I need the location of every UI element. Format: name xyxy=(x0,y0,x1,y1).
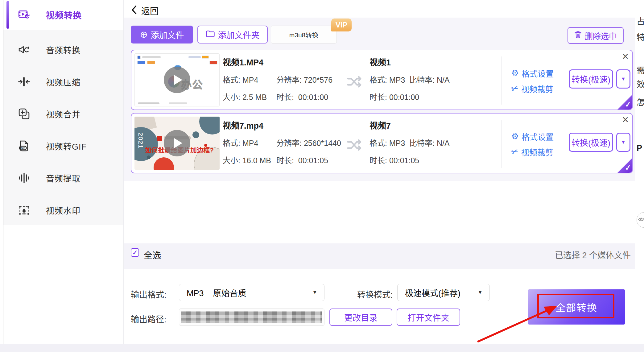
video-thumbnail: 2021 如何批量给图片加边框? xyxy=(134,117,220,170)
delete-selected-button[interactable]: 删除选中 xyxy=(568,27,624,44)
output-format-value: MP3 原始音质 xyxy=(187,287,246,299)
edge-clipped-text: P xyxy=(637,143,642,153)
sidebar-item-video-watermark[interactable]: 视频水印 xyxy=(3,198,123,222)
edge-clipped-text: 需 xyxy=(637,64,644,76)
blurred-path-text xyxy=(181,311,322,323)
plus-circle-icon: ⊕ xyxy=(140,30,147,39)
sidebar-item-audio-convert[interactable]: 音频转换 xyxy=(3,38,123,62)
file-card: 办公 视频1.MP4 格式: MP4 分辨率: 720*576 大小: 2.5 … xyxy=(131,50,633,110)
format-settings-label: 格式设置 xyxy=(522,68,554,79)
thumbnail-year-text: 2021 xyxy=(137,133,144,149)
edge-clipped-text: 占 xyxy=(637,15,644,27)
sidebar-item-label: 视频压缩 xyxy=(46,76,80,88)
play-button[interactable] xyxy=(164,130,190,156)
convert-mode-dropdown[interactable]: 极速模式(推荐) ▼ xyxy=(397,284,490,301)
sidebar-item-video-merge[interactable]: 视频合并 xyxy=(3,102,123,126)
back-button[interactable]: 返回 xyxy=(131,4,159,17)
sidebar-item-label: 音频提取 xyxy=(46,172,80,184)
source-size: 大小: 2.5 MB xyxy=(223,91,267,102)
convert-fast-button[interactable]: 转换(极速) xyxy=(569,69,613,89)
sidebar-item-video-convert[interactable]: 视频转换 xyxy=(3,3,123,27)
video-trim-link[interactable]: ✂ 视频裁剪 xyxy=(511,83,553,94)
output-format: 格式: MP3 xyxy=(369,137,405,148)
sidebar-item-label: 音频转换 xyxy=(46,44,80,56)
convert-fast-label: 转换(极速) xyxy=(572,73,610,85)
output-duration: 时长: 00:01:05 xyxy=(369,154,419,165)
thumbnail-badge xyxy=(157,136,162,141)
delete-selected-label: 删除选中 xyxy=(585,30,617,41)
video-to-gif-icon: GIF xyxy=(17,139,31,153)
output-bitrate: 比特率: N/A xyxy=(409,137,450,148)
add-folder-label: 添加文件夹 xyxy=(218,29,260,41)
source-format: 格式: MP4 xyxy=(223,137,258,148)
trash-icon xyxy=(574,31,582,41)
source-file-title: 视频1.MP4 xyxy=(223,56,263,68)
shuffle-icon xyxy=(347,138,363,153)
sidebar-item-label: 视频转GIF xyxy=(46,140,87,152)
format-settings-link[interactable]: ⚙ 格式设置 xyxy=(511,68,554,79)
video-thumbnail: 办公 xyxy=(134,53,220,106)
eye-peek-tab[interactable] xyxy=(637,212,644,228)
caret-down-icon: ▼ xyxy=(477,289,483,296)
window-right-border xyxy=(635,0,635,352)
convert-options-dropdown-button[interactable]: ▼ xyxy=(616,69,630,89)
video-trim-link[interactable]: ✂ 视频裁剪 xyxy=(511,146,553,158)
change-directory-button[interactable]: 更改目录 xyxy=(329,309,392,326)
change-directory-label: 更改目录 xyxy=(344,311,378,323)
convert-options-dropdown-button[interactable]: ▼ xyxy=(616,133,630,152)
play-button[interactable] xyxy=(164,67,190,93)
sidebar-item-label: 视频水印 xyxy=(46,204,80,216)
output-file-title: 视频7 xyxy=(369,119,391,131)
corner-check-icon: ✓ xyxy=(624,100,631,109)
open-folder-button[interactable]: 打开文件夹 xyxy=(397,309,460,326)
open-folder-label: 打开文件夹 xyxy=(408,311,449,323)
output-duration: 时长: 00:01:00 xyxy=(369,91,419,102)
convert-fast-button[interactable]: 转换(极速) xyxy=(569,133,613,152)
source-duration: 时长: 00:01:05 xyxy=(276,154,328,165)
output-path-field[interactable] xyxy=(179,309,324,326)
vip-label: VIP xyxy=(336,21,348,29)
svg-text:GIF: GIF xyxy=(21,147,25,150)
convert-fast-label: 转换(极速) xyxy=(572,136,610,148)
video-merge-icon xyxy=(17,107,31,121)
convert-mode-label: 转换模式: xyxy=(357,288,393,300)
source-resolution: 分辨率: 720*576 xyxy=(276,74,332,85)
video-convert-icon xyxy=(17,8,31,22)
add-file-button[interactable]: ⊕ 添加文件 xyxy=(131,26,193,43)
select-all-checkbox[interactable]: ✓ xyxy=(131,248,139,257)
close-icon[interactable]: × xyxy=(622,114,629,125)
gear-icon: ⚙ xyxy=(511,69,519,77)
convert-all-button[interactable]: 全部转换 xyxy=(528,289,625,325)
divider xyxy=(502,56,502,105)
video-trim-label: 视频裁剪 xyxy=(521,83,553,94)
sidebar-item-audio-extract[interactable]: 音频提取 xyxy=(3,166,123,190)
output-format-dropdown[interactable]: MP3 原始音质 ▼ xyxy=(179,284,324,301)
format-settings-link[interactable]: ⚙ 格式设置 xyxy=(511,131,554,142)
video-trim-label: 视频裁剪 xyxy=(521,146,553,158)
shuffle-icon xyxy=(347,75,363,90)
convert-mode-value: 极速模式(推荐) xyxy=(405,287,460,299)
m3u8-convert-button[interactable]: m3u8转换 xyxy=(271,26,337,43)
output-format: 格式: MP3 xyxy=(369,74,405,85)
caret-down-icon: ▼ xyxy=(312,289,317,296)
sidebar: 视频转换 音频转换 视频压缩 xyxy=(3,0,124,344)
close-icon[interactable]: × xyxy=(622,51,629,62)
source-file-title: 视频7.mp4 xyxy=(223,119,263,131)
select-all-label: 全选 xyxy=(144,249,161,261)
format-settings-label: 格式设置 xyxy=(522,131,554,142)
edge-clipped-text: 怎 xyxy=(637,96,644,108)
divider xyxy=(502,120,502,168)
source-resolution: 分辨率: 2560*1440 xyxy=(276,137,341,148)
source-duration: 时长: 00:01:00 xyxy=(276,91,328,102)
output-format-label: 输出格式: xyxy=(131,288,167,300)
back-label: 返回 xyxy=(141,4,159,17)
back-chevron-icon xyxy=(131,5,138,16)
add-file-label: 添加文件 xyxy=(151,29,184,41)
video-compress-icon xyxy=(17,75,31,89)
add-folder-button[interactable]: 添加文件夹 xyxy=(197,26,268,43)
sidebar-item-video-compress[interactable]: 视频压缩 xyxy=(3,70,123,94)
sidebar-item-label: 视频合并 xyxy=(46,108,80,120)
window-footer xyxy=(0,344,644,352)
output-file-title: 视频1 xyxy=(369,56,391,68)
sidebar-item-video-to-gif[interactable]: GIF 视频转GIF xyxy=(3,134,123,158)
